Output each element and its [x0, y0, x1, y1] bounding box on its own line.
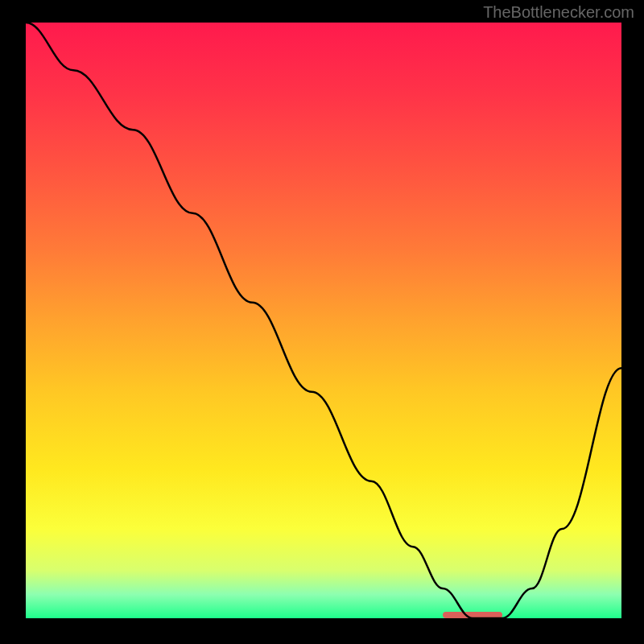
watermark-text: TheBottlenecker.com [483, 3, 634, 22]
bottleneck-curve [26, 23, 621, 618]
chart-svg [26, 23, 621, 618]
plot-area [26, 23, 621, 618]
